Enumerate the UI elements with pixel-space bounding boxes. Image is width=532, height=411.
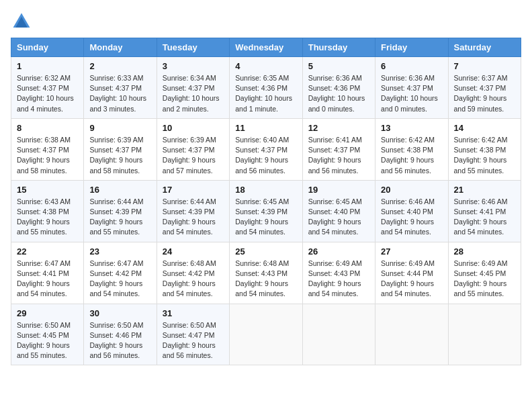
day-cell: 21 Sunrise: 6:46 AM Sunset: 4:41 PM Dayl…: [448, 180, 521, 242]
day-cell: [448, 304, 521, 365]
day-info: Sunrise: 6:46 AM Sunset: 4:40 PM Dayligh…: [381, 197, 442, 238]
day-number: 11: [235, 123, 296, 133]
day-info: Sunrise: 6:41 AM Sunset: 4:37 PM Dayligh…: [308, 135, 369, 176]
day-number: 17: [163, 185, 224, 195]
weekday-header-friday: Friday: [375, 38, 448, 57]
day-cell: 6 Sunrise: 6:36 AM Sunset: 4:37 PM Dayli…: [375, 57, 448, 119]
day-number: 2: [89, 61, 150, 71]
day-info: Sunrise: 6:49 AM Sunset: 4:43 PM Dayligh…: [308, 259, 369, 300]
day-number: 29: [17, 308, 78, 318]
day-info: Sunrise: 6:46 AM Sunset: 4:41 PM Dayligh…: [454, 197, 515, 238]
day-cell: 19 Sunrise: 6:45 AM Sunset: 4:40 PM Dayl…: [302, 180, 375, 242]
day-number: 26: [308, 246, 369, 257]
day-cell: [375, 304, 448, 365]
day-number: 22: [17, 246, 78, 257]
week-row-3: 15 Sunrise: 6:43 AM Sunset: 4:38 PM Dayl…: [11, 180, 521, 242]
day-number: 30: [89, 308, 150, 318]
weekday-header-monday: Monday: [84, 38, 157, 57]
day-info: Sunrise: 6:42 AM Sunset: 4:38 PM Dayligh…: [454, 135, 515, 176]
week-row-1: 1 Sunrise: 6:32 AM Sunset: 4:37 PM Dayli…: [11, 57, 521, 119]
day-number: 9: [89, 123, 150, 133]
day-info: Sunrise: 6:44 AM Sunset: 4:39 PM Dayligh…: [89, 197, 150, 238]
day-number: 24: [163, 246, 224, 257]
day-cell: 14 Sunrise: 6:42 AM Sunset: 4:38 PM Dayl…: [448, 118, 521, 180]
day-number: 27: [381, 246, 442, 257]
day-number: 7: [454, 61, 515, 71]
day-cell: 16 Sunrise: 6:44 AM Sunset: 4:39 PM Dayl…: [84, 180, 157, 242]
day-cell: [302, 304, 375, 365]
day-cell: 13 Sunrise: 6:42 AM Sunset: 4:38 PM Dayl…: [375, 118, 448, 180]
day-number: 23: [89, 246, 150, 257]
week-row-4: 22 Sunrise: 6:47 AM Sunset: 4:41 PM Dayl…: [11, 242, 521, 304]
day-cell: 24 Sunrise: 6:48 AM Sunset: 4:42 PM Dayl…: [157, 242, 229, 304]
day-info: Sunrise: 6:38 AM Sunset: 4:37 PM Dayligh…: [17, 135, 78, 176]
logo-icon: [11, 11, 32, 32]
weekday-header-wednesday: Wednesday: [230, 38, 302, 57]
day-cell: 26 Sunrise: 6:49 AM Sunset: 4:43 PM Dayl…: [302, 242, 375, 304]
day-info: Sunrise: 6:44 AM Sunset: 4:39 PM Dayligh…: [163, 197, 224, 238]
day-info: Sunrise: 6:40 AM Sunset: 4:37 PM Dayligh…: [235, 135, 296, 176]
day-info: Sunrise: 6:39 AM Sunset: 4:37 PM Dayligh…: [163, 135, 224, 176]
day-number: 15: [17, 185, 78, 195]
day-info: Sunrise: 6:37 AM Sunset: 4:37 PM Dayligh…: [454, 73, 515, 114]
day-cell: [230, 304, 302, 365]
day-info: Sunrise: 6:39 AM Sunset: 4:37 PM Dayligh…: [89, 135, 150, 176]
day-cell: 1 Sunrise: 6:32 AM Sunset: 4:37 PM Dayli…: [11, 57, 84, 119]
day-info: Sunrise: 6:48 AM Sunset: 4:43 PM Dayligh…: [235, 259, 296, 300]
day-cell: 11 Sunrise: 6:40 AM Sunset: 4:37 PM Dayl…: [230, 118, 302, 180]
day-number: 16: [89, 185, 150, 195]
day-number: 3: [163, 61, 224, 71]
day-info: Sunrise: 6:42 AM Sunset: 4:38 PM Dayligh…: [381, 135, 442, 176]
day-cell: 12 Sunrise: 6:41 AM Sunset: 4:37 PM Dayl…: [302, 118, 375, 180]
day-number: 1: [17, 61, 78, 71]
day-info: Sunrise: 6:50 AM Sunset: 4:45 PM Dayligh…: [17, 320, 78, 361]
day-cell: 29 Sunrise: 6:50 AM Sunset: 4:45 PM Dayl…: [11, 304, 84, 365]
day-info: Sunrise: 6:47 AM Sunset: 4:42 PM Dayligh…: [89, 259, 150, 300]
day-info: Sunrise: 6:50 AM Sunset: 4:46 PM Dayligh…: [89, 320, 150, 361]
day-cell: 15 Sunrise: 6:43 AM Sunset: 4:38 PM Dayl…: [11, 180, 84, 242]
day-cell: 22 Sunrise: 6:47 AM Sunset: 4:41 PM Dayl…: [11, 242, 84, 304]
day-cell: 28 Sunrise: 6:49 AM Sunset: 4:45 PM Dayl…: [448, 242, 521, 304]
day-info: Sunrise: 6:43 AM Sunset: 4:38 PM Dayligh…: [17, 197, 78, 238]
day-cell: 27 Sunrise: 6:49 AM Sunset: 4:44 PM Dayl…: [375, 242, 448, 304]
day-cell: 5 Sunrise: 6:36 AM Sunset: 4:36 PM Dayli…: [302, 57, 375, 119]
weekday-header-tuesday: Tuesday: [157, 38, 229, 57]
day-cell: 2 Sunrise: 6:33 AM Sunset: 4:37 PM Dayli…: [84, 57, 157, 119]
weekday-header-thursday: Thursday: [302, 38, 375, 57]
day-info: Sunrise: 6:49 AM Sunset: 4:45 PM Dayligh…: [454, 259, 515, 300]
day-cell: 25 Sunrise: 6:48 AM Sunset: 4:43 PM Dayl…: [230, 242, 302, 304]
day-info: Sunrise: 6:34 AM Sunset: 4:37 PM Dayligh…: [163, 73, 224, 114]
day-cell: 9 Sunrise: 6:39 AM Sunset: 4:37 PM Dayli…: [84, 118, 157, 180]
day-number: 31: [163, 308, 224, 318]
day-number: 13: [381, 123, 442, 133]
day-cell: 30 Sunrise: 6:50 AM Sunset: 4:46 PM Dayl…: [84, 304, 157, 365]
day-number: 10: [163, 123, 224, 133]
calendar-table: SundayMondayTuesdayWednesdayThursdayFrid…: [11, 38, 521, 365]
day-cell: 4 Sunrise: 6:35 AM Sunset: 4:36 PM Dayli…: [230, 57, 302, 119]
page-header: [11, 11, 521, 32]
day-number: 19: [308, 185, 369, 195]
day-info: Sunrise: 6:50 AM Sunset: 4:47 PM Dayligh…: [163, 320, 224, 361]
day-number: 12: [308, 123, 369, 133]
day-cell: 17 Sunrise: 6:44 AM Sunset: 4:39 PM Dayl…: [157, 180, 229, 242]
week-row-2: 8 Sunrise: 6:38 AM Sunset: 4:37 PM Dayli…: [11, 118, 521, 180]
week-row-5: 29 Sunrise: 6:50 AM Sunset: 4:45 PM Dayl…: [11, 304, 521, 365]
day-info: Sunrise: 6:35 AM Sunset: 4:36 PM Dayligh…: [235, 73, 296, 114]
day-info: Sunrise: 6:36 AM Sunset: 4:37 PM Dayligh…: [381, 73, 442, 114]
day-cell: 8 Sunrise: 6:38 AM Sunset: 4:37 PM Dayli…: [11, 118, 84, 180]
day-info: Sunrise: 6:48 AM Sunset: 4:42 PM Dayligh…: [163, 259, 224, 300]
day-number: 25: [235, 246, 296, 257]
day-cell: 23 Sunrise: 6:47 AM Sunset: 4:42 PM Dayl…: [84, 242, 157, 304]
day-info: Sunrise: 6:47 AM Sunset: 4:41 PM Dayligh…: [17, 259, 78, 300]
logo: [11, 11, 35, 32]
day-cell: 18 Sunrise: 6:45 AM Sunset: 4:39 PM Dayl…: [230, 180, 302, 242]
day-info: Sunrise: 6:49 AM Sunset: 4:44 PM Dayligh…: [381, 259, 442, 300]
day-info: Sunrise: 6:32 AM Sunset: 4:37 PM Dayligh…: [17, 73, 78, 114]
day-number: 5: [308, 61, 369, 71]
weekday-header-saturday: Saturday: [448, 38, 521, 57]
day-number: 4: [235, 61, 296, 71]
day-number: 21: [454, 185, 515, 195]
day-cell: 20 Sunrise: 6:46 AM Sunset: 4:40 PM Dayl…: [375, 180, 448, 242]
day-cell: 10 Sunrise: 6:39 AM Sunset: 4:37 PM Dayl…: [157, 118, 229, 180]
day-info: Sunrise: 6:36 AM Sunset: 4:36 PM Dayligh…: [308, 73, 369, 114]
